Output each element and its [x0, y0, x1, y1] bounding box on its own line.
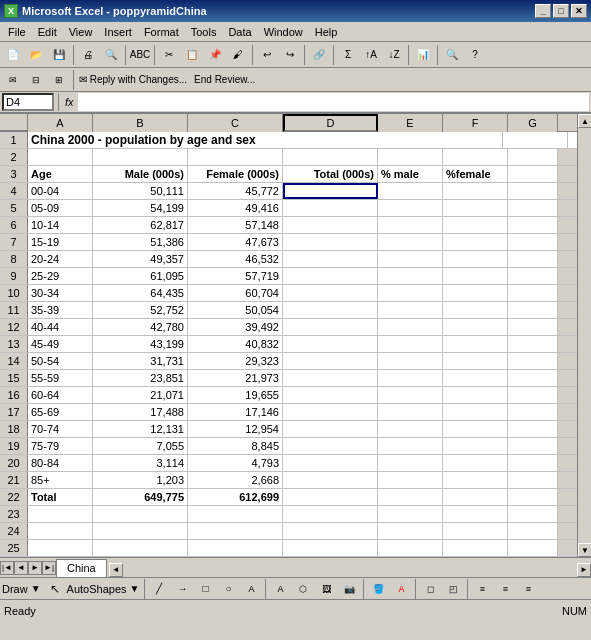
- cell-e25[interactable]: [378, 540, 443, 556]
- cell-g25[interactable]: [508, 540, 558, 556]
- cell-d21[interactable]: [283, 472, 378, 488]
- hscroll-track[interactable]: [123, 563, 577, 577]
- cell-e2[interactable]: [378, 149, 443, 165]
- cell-a7[interactable]: 15-19: [28, 234, 93, 250]
- scroll-up-button[interactable]: ▲: [578, 114, 591, 128]
- cell-b17[interactable]: 17,488: [93, 404, 188, 420]
- cell-c8[interactable]: 46,532: [188, 251, 283, 267]
- cell-b11[interactable]: 52,752: [93, 302, 188, 318]
- cell-c17[interactable]: 17,146: [188, 404, 283, 420]
- cell-c13[interactable]: 40,832: [188, 336, 283, 352]
- cell-g14[interactable]: [508, 353, 558, 369]
- col-header-b[interactable]: B: [93, 114, 188, 132]
- menu-data[interactable]: Data: [222, 23, 257, 41]
- cell-c12[interactable]: 39,492: [188, 319, 283, 335]
- cell-g7[interactable]: [508, 234, 558, 250]
- cell-b20[interactable]: 3,114: [93, 455, 188, 471]
- cell-a8[interactable]: 20-24: [28, 251, 93, 267]
- cell-a24[interactable]: [28, 523, 93, 539]
- cell-e16[interactable]: [378, 387, 443, 403]
- line-button[interactable]: ╱: [148, 578, 170, 600]
- cell-g16[interactable]: [508, 387, 558, 403]
- cell-c22[interactable]: 612,699: [188, 489, 283, 505]
- cell-e20[interactable]: [378, 455, 443, 471]
- cell-a2[interactable]: [28, 149, 93, 165]
- cell-g6[interactable]: [508, 217, 558, 233]
- cell-c9[interactable]: 57,719: [188, 268, 283, 284]
- align-left-button[interactable]: ≡: [471, 578, 493, 600]
- cell-g10[interactable]: [508, 285, 558, 301]
- cell-c18[interactable]: 12,954: [188, 421, 283, 437]
- cell-a23[interactable]: [28, 506, 93, 522]
- cell-e18[interactable]: [378, 421, 443, 437]
- cell-e13[interactable]: [378, 336, 443, 352]
- cell-g2[interactable]: [508, 149, 558, 165]
- open-button[interactable]: 📂: [25, 44, 47, 66]
- cell-e7[interactable]: [378, 234, 443, 250]
- menu-window[interactable]: Window: [258, 23, 309, 41]
- help-button[interactable]: ?: [464, 44, 486, 66]
- autoshapes-label[interactable]: AutoShapes: [67, 583, 127, 595]
- cell-e24[interactable]: [378, 523, 443, 539]
- cell-c3[interactable]: Female (000s): [188, 166, 283, 182]
- cell-f12[interactable]: [443, 319, 508, 335]
- cell-d8[interactable]: [283, 251, 378, 267]
- cell-c15[interactable]: 21,973: [188, 370, 283, 386]
- diagram-button[interactable]: ⬡: [292, 578, 314, 600]
- chart-button[interactable]: 📊: [412, 44, 434, 66]
- cell-a20[interactable]: 80-84: [28, 455, 93, 471]
- cell-f9[interactable]: [443, 268, 508, 284]
- cell-b8[interactable]: 49,357: [93, 251, 188, 267]
- toolbar2-btn2[interactable]: ⊟: [25, 69, 47, 91]
- cell-f1[interactable]: [568, 132, 577, 148]
- cell-b21[interactable]: 1,203: [93, 472, 188, 488]
- toolbar2-btn3[interactable]: ⊞: [48, 69, 70, 91]
- cell-c5[interactable]: 49,416: [188, 200, 283, 216]
- cell-g21[interactable]: [508, 472, 558, 488]
- cell-g3[interactable]: [508, 166, 558, 182]
- cell-f25[interactable]: [443, 540, 508, 556]
- cell-e23[interactable]: [378, 506, 443, 522]
- cell-e10[interactable]: [378, 285, 443, 301]
- cell-a18[interactable]: 70-74: [28, 421, 93, 437]
- redo-button[interactable]: ↪: [279, 44, 301, 66]
- cell-a22[interactable]: Total: [28, 489, 93, 505]
- zoom-button[interactable]: 🔍: [441, 44, 463, 66]
- cell-g12[interactable]: [508, 319, 558, 335]
- cell-d23[interactable]: [283, 506, 378, 522]
- cell-g4[interactable]: [508, 183, 558, 199]
- cell-f4[interactable]: [443, 183, 508, 199]
- cell-b9[interactable]: 61,095: [93, 268, 188, 284]
- autoshapes-dropdown-icon[interactable]: ▼: [130, 583, 140, 594]
- cell-c4[interactable]: 45,772: [188, 183, 283, 199]
- minimize-button[interactable]: _: [535, 4, 551, 18]
- cell-e12[interactable]: [378, 319, 443, 335]
- 3d-button[interactable]: ◰: [442, 578, 464, 600]
- cell-g15[interactable]: [508, 370, 558, 386]
- cell-a9[interactable]: 25-29: [28, 268, 93, 284]
- cell-f21[interactable]: [443, 472, 508, 488]
- cell-d19[interactable]: [283, 438, 378, 454]
- cell-c6[interactable]: 57,148: [188, 217, 283, 233]
- textbox-button[interactable]: A: [240, 578, 262, 600]
- draw-select-button[interactable]: ↖: [44, 578, 66, 600]
- cell-d15[interactable]: [283, 370, 378, 386]
- menu-insert[interactable]: Insert: [98, 23, 138, 41]
- cell-c16[interactable]: 19,655: [188, 387, 283, 403]
- cell-f22[interactable]: [443, 489, 508, 505]
- cell-f20[interactable]: [443, 455, 508, 471]
- sheet-tab-china[interactable]: China: [56, 559, 107, 577]
- tab-scroll-right[interactable]: ►: [28, 561, 42, 575]
- cell-g17[interactable]: [508, 404, 558, 420]
- cell-c25[interactable]: [188, 540, 283, 556]
- cut-button[interactable]: ✂: [158, 44, 180, 66]
- cell-g20[interactable]: [508, 455, 558, 471]
- cell-f6[interactable]: [443, 217, 508, 233]
- draw-dropdown-icon[interactable]: ▼: [31, 583, 41, 594]
- cell-b22[interactable]: 649,775: [93, 489, 188, 505]
- cell-f18[interactable]: [443, 421, 508, 437]
- cell-f23[interactable]: [443, 506, 508, 522]
- paste-button[interactable]: 📌: [204, 44, 226, 66]
- new-button[interactable]: 📄: [2, 44, 24, 66]
- cell-b24[interactable]: [93, 523, 188, 539]
